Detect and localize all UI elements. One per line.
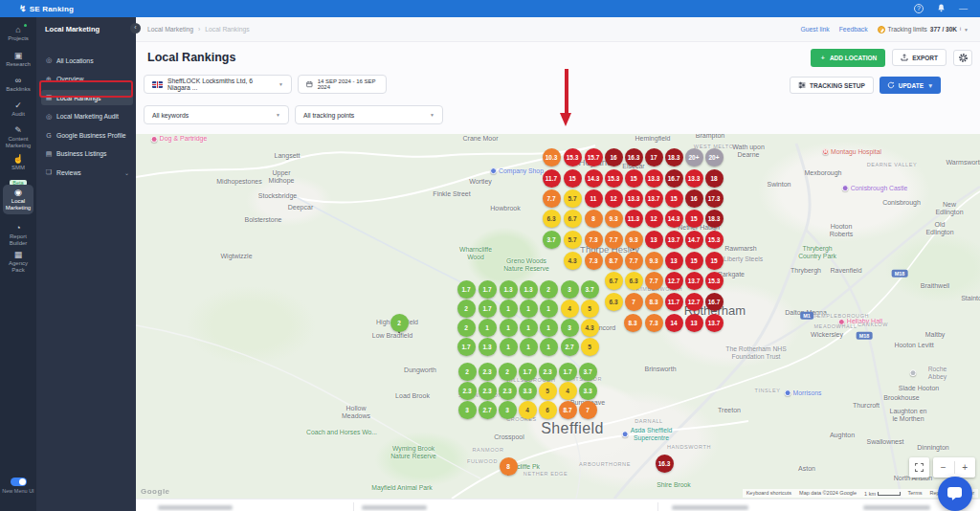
ranking-bubble[interactable]: 2: [499, 363, 517, 381]
ranking-bubble[interactable]: 13.7: [685, 272, 703, 290]
menu-item-all-locations[interactable]: ◎All Locations: [41, 53, 133, 68]
ranking-bubble[interactable]: 1: [500, 338, 518, 356]
ranking-bubble[interactable]: 2: [540, 280, 558, 299]
add-location-button[interactable]: ＋ ADD LOCATION: [811, 49, 885, 67]
tracking-limits[interactable]: Tracking limits 377 / 30K i ▼: [878, 26, 969, 33]
ranking-bubble[interactable]: 15: [685, 252, 703, 270]
new-menu-toggle[interactable]: [11, 478, 27, 486]
ranking-bubble[interactable]: 15: [625, 169, 643, 188]
ranking-bubble[interactable]: 7.7: [605, 231, 623, 249]
ranking-bubble[interactable]: 6: [539, 401, 557, 419]
ranking-bubble[interactable]: 6.7: [564, 210, 582, 228]
ranking-bubble[interactable]: 1.7: [479, 280, 497, 299]
app-logo[interactable]: ↯ SE Ranking: [19, 4, 74, 13]
ranking-bubble[interactable]: 13.3: [645, 169, 663, 188]
ranking-bubble[interactable]: 14.7: [685, 231, 703, 249]
ranking-bubble[interactable]: 13.7: [705, 314, 724, 332]
ranking-bubble[interactable]: 11.7: [543, 169, 561, 188]
ranking-bubble[interactable]: 13.7: [665, 231, 683, 249]
minimize-icon[interactable]: —: [959, 6, 969, 11]
ranking-bubble[interactable]: 3: [561, 280, 579, 299]
ranking-bubble[interactable]: 7.7: [543, 189, 561, 208]
ranking-bubble[interactable]: 3: [458, 401, 477, 419]
ranking-bubble[interactable]: 1.7: [519, 363, 537, 381]
ranking-bubble[interactable]: 20+: [685, 148, 703, 167]
ranking-bubble[interactable]: 1.3: [520, 280, 538, 299]
ranking-bubble[interactable]: 3.7: [579, 363, 597, 381]
ranking-bubble[interactable]: 16: [605, 148, 623, 167]
ranking-bubble[interactable]: 16.7: [705, 293, 724, 311]
sidebar-item-content-marketing[interactable]: ✎Content Marketing: [2, 125, 34, 148]
sidebar-item-agency-pack[interactable]: ▦Agency Pack: [2, 250, 34, 273]
ranking-bubble[interactable]: 2: [458, 363, 477, 381]
ranking-bubble[interactable]: 1: [520, 300, 538, 318]
menu-item-google-business-profile[interactable]: GGoogle Business Profile: [41, 127, 133, 143]
ranking-bubble[interactable]: 6.3: [543, 210, 561, 228]
ranking-bubble[interactable]: 18: [705, 169, 724, 188]
ranking-bubble[interactable]: 1: [479, 319, 497, 337]
ranking-bubble[interactable]: 1.7: [479, 300, 497, 318]
ranking-bubble[interactable]: 1.3: [500, 280, 518, 299]
ranking-bubble[interactable]: 16.3: [656, 455, 674, 473]
sidebar-item-research[interactable]: ▣Research: [2, 51, 34, 68]
ranking-bubble[interactable]: 15.3: [705, 272, 724, 290]
zoom-out-button[interactable]: −: [933, 462, 954, 473]
ranking-bubble[interactable]: 4: [519, 401, 537, 419]
ranking-bubble[interactable]: 2: [390, 314, 409, 332]
keyboard-shortcuts[interactable]: Keyboard shortcuts: [746, 490, 791, 497]
menu-item-overview[interactable]: ⊕Overview: [41, 72, 133, 87]
ranking-bubble[interactable]: 13: [665, 252, 683, 270]
help-icon[interactable]: ?: [914, 4, 924, 13]
ranking-bubble[interactable]: 15.7: [585, 148, 603, 167]
ranking-bubble[interactable]: 8.7: [559, 401, 577, 419]
ranking-bubble[interactable]: 7.7: [645, 272, 663, 290]
ranking-bubble[interactable]: 15: [685, 210, 703, 228]
ranking-bubble[interactable]: 7: [625, 293, 643, 311]
ranking-bubble[interactable]: 18.3: [705, 210, 724, 228]
ranking-bubble[interactable]: 8: [585, 210, 603, 228]
sidebar-item-backlinks[interactable]: ∞Backlinks: [2, 76, 34, 93]
ranking-bubble[interactable]: 7.3: [585, 252, 603, 270]
sidebar-collapse-button[interactable]: ‹: [130, 23, 141, 33]
ranking-bubble[interactable]: 20+: [705, 148, 724, 167]
ranking-bubble[interactable]: 13.3: [625, 189, 643, 208]
ranking-bubble[interactable]: 7: [579, 401, 597, 419]
ranking-bubble[interactable]: 15: [705, 252, 724, 270]
ranking-bubble[interactable]: 15: [665, 189, 683, 208]
ranking-bubble[interactable]: 16.7: [665, 169, 683, 188]
sidebar-item-audit[interactable]: ✓Audit: [2, 100, 34, 118]
ranking-bubble[interactable]: 5: [539, 382, 557, 400]
chat-widget-button[interactable]: [938, 477, 972, 511]
ranking-bubble[interactable]: 8: [500, 457, 518, 476]
keywords-dropdown[interactable]: All keywords ▼: [144, 105, 289, 124]
sidebar-item-report-builder[interactable]: ◔Report Builder: [2, 223, 34, 246]
ranking-bubble[interactable]: 1.7: [457, 338, 476, 356]
location-dropdown[interactable]: SheffLOCK Locksmiths Ltd, 6 Niagara ... …: [144, 75, 292, 94]
ranking-bubble[interactable]: 4.3: [564, 252, 582, 270]
ranking-bubble[interactable]: 3.7: [543, 231, 561, 249]
sidebar-item-projects[interactable]: ⌂Projects: [2, 25, 34, 42]
ranking-bubble[interactable]: 11.3: [625, 210, 643, 228]
ranking-bubble[interactable]: 15.3: [705, 231, 724, 249]
ranking-bubble[interactable]: 11: [585, 189, 603, 208]
ranking-bubble[interactable]: 12.7: [665, 272, 683, 290]
ranking-bubble[interactable]: 1: [500, 300, 518, 318]
ranking-bubble[interactable]: 3.3: [579, 382, 597, 400]
ranking-bubble[interactable]: 2.3: [499, 382, 517, 400]
ranking-bubble[interactable]: 3: [561, 319, 579, 337]
ranking-bubble[interactable]: 4.3: [581, 319, 599, 337]
ranking-bubble[interactable]: 9.3: [645, 252, 663, 270]
ranking-bubble[interactable]: 6.7: [605, 272, 623, 290]
ranking-bubble[interactable]: 14.3: [665, 210, 683, 228]
ranking-bubble[interactable]: 16: [685, 189, 703, 208]
ranking-bubble[interactable]: 14: [665, 314, 683, 332]
ranking-bubble[interactable]: 5.7: [564, 231, 582, 249]
ranking-bubble[interactable]: 4: [561, 300, 579, 318]
bell-icon[interactable]: [937, 4, 946, 13]
ranking-bubble[interactable]: 2.3: [458, 382, 477, 400]
ranking-bubble[interactable]: 2.7: [561, 338, 579, 356]
sidebar-item-smm[interactable]: ☝SMMBeta: [2, 154, 34, 189]
ranking-bubble[interactable]: 2.3: [539, 363, 557, 381]
ranking-bubble[interactable]: 7.7: [625, 252, 643, 270]
ranking-bubble[interactable]: 5: [581, 338, 599, 356]
